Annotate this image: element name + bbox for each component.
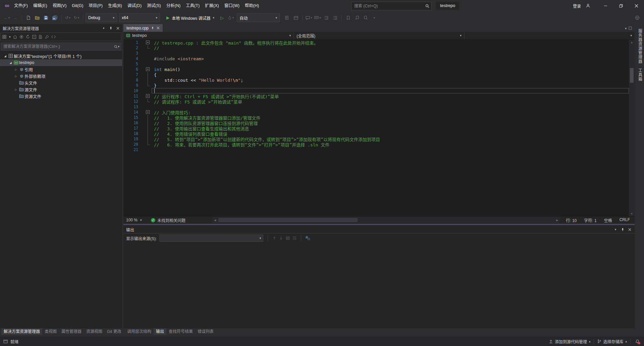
code-line-12[interactable]: 12 // 调试程序: F5 或调试 >“开始调试”菜单 (123, 99, 635, 104)
menu-item[interactable]: 窗口(W) (222, 0, 242, 11)
document-tab-testrepo-cpp[interactable]: testrepo.cpp (123, 24, 163, 32)
type-scope-combo[interactable]: (全局范围)▾ (294, 32, 464, 39)
code-editor[interactable]: 1 // testrepo.cpp : 此文件包含 "main" 函数。程序执行… (123, 39, 635, 217)
sign-in-button[interactable]: 登录 (570, 3, 584, 9)
tree-item--[interactable]: 资源文件 (0, 93, 122, 99)
document-health-indicator[interactable]: ✓ 未找到相关问题 (151, 217, 185, 223)
toggle-bookmark-icon[interactable] (344, 13, 352, 22)
next-bookmark-icon[interactable] (362, 13, 370, 22)
dock-tab--[interactable]: 查找符号结果 (166, 328, 195, 335)
navigate-backward-icon[interactable]: ←▾ (3, 13, 11, 22)
fold-margin[interactable] (143, 40, 154, 45)
decrease-indent-icon[interactable] (322, 13, 330, 22)
menu-item[interactable]: 帮助(H) (242, 0, 262, 11)
sync-with-active-document-icon[interactable] (19, 35, 23, 39)
dock-tab-Git-[interactable]: Git 更改 (105, 328, 124, 335)
dock-tab--[interactable]: 资源视图 (84, 328, 105, 335)
dock-tab--[interactable]: 类视图 (42, 328, 59, 335)
char-indicator[interactable]: 字符: 1 (584, 217, 596, 223)
minimize-button[interactable] (598, 0, 613, 11)
save-all-icon[interactable] (51, 13, 59, 22)
start-debugging-button[interactable]: ▶ 本地 Windows 调试器▾ (163, 13, 217, 22)
autohide-tab--[interactable]: 服务器资源管理器 (637, 29, 643, 64)
close-icon[interactable] (627, 226, 633, 232)
navigate-forward-icon[interactable]: → (11, 13, 19, 22)
scroll-down-icon[interactable]: ▼ (629, 211, 635, 216)
code-line-6[interactable]: 6 int main() (123, 67, 635, 72)
find-in-files-icon[interactable] (283, 13, 291, 22)
save-icon[interactable] (42, 13, 50, 22)
tree-item--testrepo-1-1-[interactable]: ◢ 解决方案“testrepo”(1 个项目/共 1 个) (0, 53, 122, 59)
view-code-icon[interactable] (51, 35, 56, 39)
window-position-chevron-icon[interactable]: ▾ (612, 226, 619, 232)
menu-item[interactable]: 工具(T) (183, 0, 202, 11)
code-line-20[interactable]: 20 // 6. 将来，若要再次打开此项目，请转到“文件”>“打开”>“项目”并… (123, 142, 635, 147)
switch-views-icon[interactable] (2, 35, 7, 39)
dock-tab--[interactable]: 属性管理器 (59, 328, 84, 335)
float-window-icon[interactable] (629, 26, 632, 30)
tab-list-chevron-icon[interactable]: ▾ (625, 26, 627, 30)
panel-splitter[interactable] (123, 224, 635, 225)
code-line-5[interactable]: 5 (123, 61, 635, 67)
switch-views-chevron-icon[interactable]: ▾ (9, 36, 11, 39)
prev-bookmark-icon[interactable] (353, 13, 361, 22)
solution-name-badge[interactable]: testrepo (436, 2, 459, 10)
tree-item--[interactable]: 头文件 (0, 79, 122, 86)
code-line-13[interactable]: 13 (123, 104, 635, 110)
toggle-messages-icon[interactable] (306, 236, 310, 240)
maximize-button[interactable] (613, 0, 629, 11)
scrollbar-thumb[interactable] (218, 218, 358, 222)
notifications-bell-icon[interactable] (634, 338, 641, 345)
quick-search-input[interactable] (354, 3, 425, 9)
space-indicator[interactable]: 空格 (604, 217, 612, 223)
toolbar-overflow-icon[interactable]: ▾ (370, 13, 378, 22)
fold-collapse-icon[interactable] (146, 41, 150, 44)
show-all-files-icon[interactable] (39, 35, 43, 39)
open-file-icon[interactable] (33, 13, 41, 22)
menu-item[interactable]: 扩展(X) (202, 0, 222, 11)
start-without-debugging-icon[interactable]: ▷ (218, 13, 226, 22)
tree-expander-icon[interactable]: ◢ (8, 61, 13, 64)
dock-tab--[interactable]: 错误列表 (195, 328, 216, 335)
menu-item[interactable]: 生成(B) (105, 0, 125, 11)
window-position-chevron-icon[interactable]: ▾ (101, 25, 107, 31)
send-feedback-icon[interactable] (633, 13, 641, 22)
code-line-8[interactable]: 8 std::cout << "Hello World!\n"; (123, 77, 635, 83)
add-to-source-control-button[interactable]: 添加到源代码管理 ▴ (549, 339, 591, 344)
code-line-3[interactable]: 3 (123, 51, 635, 56)
menu-item[interactable]: 测试(S) (144, 0, 164, 11)
editor-horizontal-scrollbar[interactable]: ◀ ▶ (212, 217, 560, 223)
redo-icon[interactable]: ↻▾ (72, 13, 80, 22)
menu-item[interactable]: 调试(D) (125, 0, 144, 11)
project-scope-combo[interactable]: testrepo▾ (123, 32, 294, 39)
menu-item[interactable]: 分析(N) (164, 0, 183, 11)
close-button[interactable] (629, 0, 644, 11)
tree-item-testrepo[interactable]: ◢ ++ testrepo (0, 59, 122, 66)
line-indicator[interactable]: 行: 10 (566, 217, 577, 223)
show-output-icon[interactable] (292, 13, 300, 22)
platform-combo[interactable]: x64▾ (119, 13, 160, 22)
fold-margin[interactable] (143, 93, 154, 99)
pin-icon[interactable] (620, 226, 626, 232)
pin-icon[interactable] (151, 26, 154, 30)
code-line-9[interactable]: 9 } (123, 83, 635, 88)
dock-tab--[interactable]: 输出 (154, 328, 166, 335)
zoom-combo[interactable]: 100 %▾ (123, 217, 149, 223)
attach-combo[interactable]: 自动▾ (237, 13, 280, 22)
code-line-21[interactable]: 21 (123, 147, 635, 152)
tree-item--[interactable]: ▷ 外部依赖项 (0, 73, 122, 79)
code-line-2[interactable]: 2 // (123, 45, 635, 51)
fold-collapse-icon[interactable] (146, 94, 150, 98)
refresh-icon[interactable] (26, 35, 30, 39)
uncomment-icon[interactable]: ▾ (314, 13, 322, 22)
fold-margin[interactable] (143, 110, 154, 115)
scroll-right-icon[interactable]: ▶ (554, 219, 560, 222)
pin-icon[interactable] (108, 25, 114, 31)
search-options-chevron-icon[interactable]: ▾ (118, 45, 119, 48)
select-repository-button[interactable]: 选择存储库 ▴ (597, 339, 627, 344)
clear-all-icon[interactable] (286, 236, 290, 240)
scroll-left-icon[interactable]: ◀ (212, 219, 218, 222)
home-icon[interactable] (13, 35, 17, 39)
properties-icon[interactable] (45, 35, 49, 39)
comment-icon[interactable]: ▾ (305, 13, 313, 22)
